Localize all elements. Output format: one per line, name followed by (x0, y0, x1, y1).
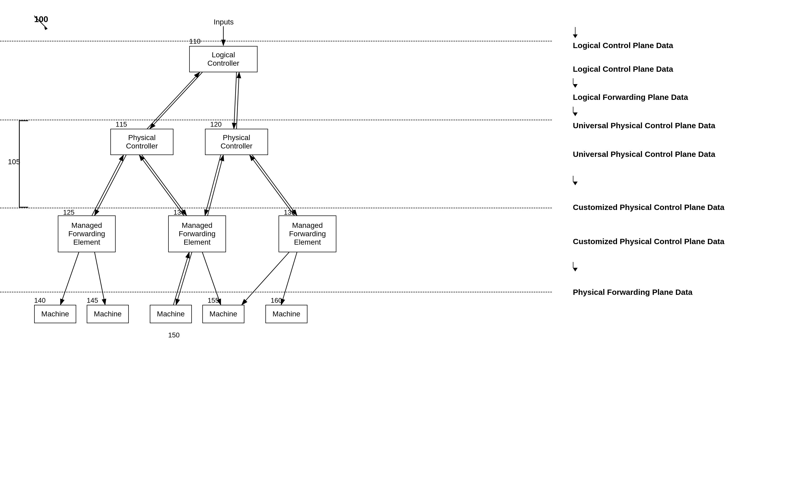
rp-section-3: Customized Physical Control Plane Data P… (568, 223, 812, 307)
machine-4-box: Machine (202, 305, 244, 323)
rp-label-0: Logical Control Plane Data (573, 40, 673, 50)
rp-arrow-lcp (573, 78, 812, 88)
diagram-area: 100 105 Logical Controller 110 PhysicalC… (0, 0, 552, 504)
rp-arrow-lfp (573, 107, 812, 116)
physical-controller-1-box: PhysicalController (110, 129, 173, 155)
dashed-line-2 (0, 120, 552, 120)
dashed-line-1 (0, 41, 552, 42)
svg-line-15 (250, 155, 294, 215)
rp-section-2: Universal Physical Control Plane Data Cu… (568, 135, 812, 223)
rp-label-upcp2: Universal Physical Control Plane Data (573, 149, 812, 159)
label-115: 115 (116, 120, 127, 128)
mfe-1-box: ManagedForwardingElement (58, 215, 116, 252)
label-135: 135 (284, 208, 295, 217)
label-150: 150 (168, 331, 179, 339)
label-140: 140 (34, 296, 45, 305)
svg-line-21 (281, 252, 297, 305)
svg-line-16 (60, 252, 79, 305)
label-105: 105 (8, 158, 20, 166)
right-panel: Logical Control Plane Data Logical Contr… (552, 0, 812, 504)
rp-arrow-upcp (573, 176, 812, 185)
mfe-3-box: ManagedForwardingElement (279, 215, 336, 252)
dashed-line-3 (0, 208, 552, 208)
rp-section-0: Logical Control Plane Data (568, 16, 812, 56)
label-155: 155 (208, 296, 219, 305)
label-120: 120 (210, 120, 222, 128)
svg-line-19 (173, 252, 189, 305)
rp-section-1: Logical Control Plane Data Logical Forwa… (568, 56, 812, 135)
label-160: 160 (271, 296, 282, 305)
svg-line-13 (208, 155, 223, 215)
rp-label-upcp1: Universal Physical Control Plane Data (573, 120, 812, 131)
inputs-label: Inputs (214, 18, 234, 26)
bracket-105 (19, 120, 28, 208)
rp-label-cpcp2: Customized Physical Control Plane Data (573, 236, 812, 246)
rp-label-pfp: Physical Forwarding Plane Data (573, 287, 812, 297)
machine-2-box: Machine (87, 305, 129, 323)
machine-1-box: Machine (34, 305, 76, 323)
rp-label-lfp: Logical Forwarding Plane Data (573, 92, 812, 102)
label-110: 110 (189, 37, 201, 45)
mfe-2-box: ManagedForwardingElement (168, 215, 226, 252)
svg-line-12 (205, 155, 221, 215)
logical-controller-box: Logical Controller (189, 46, 258, 72)
rp-arrow-cpcp (573, 262, 812, 271)
svg-line-9 (92, 155, 124, 215)
physical-controller-2-box: PhysicalController (205, 129, 268, 155)
svg-line-18 (176, 252, 192, 305)
label-125: 125 (63, 208, 74, 217)
rp-label-lcp: Logical Control Plane Data (573, 64, 812, 74)
svg-line-10 (142, 155, 187, 215)
svg-line-14 (252, 155, 297, 215)
label-130: 130 (173, 208, 185, 217)
rp-label-cpcp1: Customized Physical Control Plane Data (573, 202, 812, 212)
machine-3-box: Machine (150, 305, 192, 323)
figure-arrow (26, 13, 58, 34)
label-145: 145 (87, 296, 98, 305)
dashed-line-4 (0, 292, 552, 292)
svg-line-0 (34, 16, 47, 29)
machine-5-box: Machine (265, 305, 307, 323)
svg-line-8 (95, 155, 126, 215)
svg-line-11 (139, 155, 184, 215)
rp-arrow-0: Logical Control Plane Data (573, 27, 812, 50)
